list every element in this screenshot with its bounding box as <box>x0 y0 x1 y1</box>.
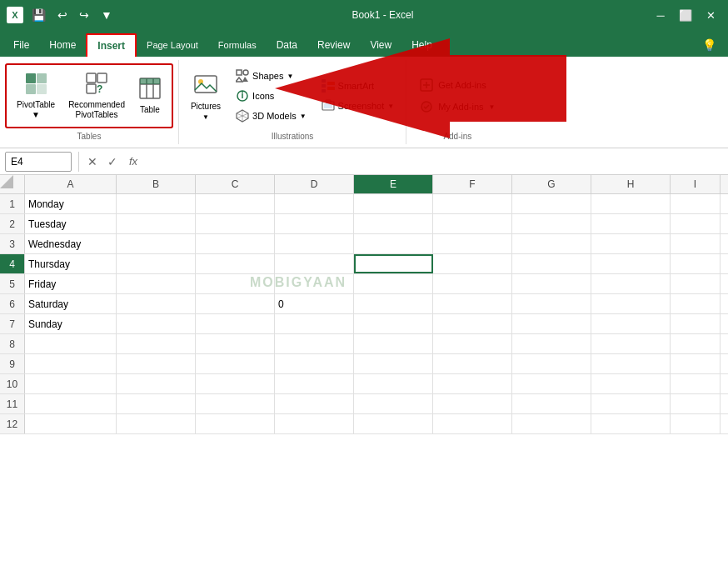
cell-G9[interactable] <box>512 354 591 373</box>
cell-G4[interactable] <box>512 254 591 273</box>
qat-customize-button[interactable]: ▼ <box>97 7 116 23</box>
cell-H11[interactable] <box>591 394 671 413</box>
cell-G11[interactable] <box>512 394 591 413</box>
cell-B11[interactable] <box>117 394 196 413</box>
recommended-pivottables-button[interactable]: ? RecommendedPivotTables <box>63 68 130 123</box>
cell-A8[interactable] <box>25 334 117 353</box>
cell-H2[interactable] <box>591 214 671 233</box>
cell-B3[interactable] <box>117 234 196 253</box>
qat-undo-button[interactable]: ↩ <box>54 7 71 23</box>
cell-I10[interactable] <box>671 374 721 393</box>
cell-E10[interactable] <box>354 374 433 393</box>
cell-B12[interactable] <box>117 414 196 433</box>
cell-C3[interactable] <box>196 234 275 253</box>
cell-C6[interactable] <box>196 294 275 313</box>
cell-D12[interactable] <box>275 414 354 433</box>
cell-B8[interactable] <box>117 334 196 353</box>
cell-I4[interactable] <box>671 254 721 273</box>
cell-A12[interactable] <box>25 414 117 433</box>
shapes-button[interactable]: Shapes ▼ <box>231 67 312 85</box>
row-header-7[interactable]: 7 <box>0 314 25 333</box>
cell-H9[interactable] <box>591 354 671 373</box>
screenshot-button[interactable]: Screenshot ▼ <box>317 97 400 115</box>
cell-A7[interactable]: Sunday <box>25 314 117 333</box>
cell-D9[interactable] <box>275 354 354 373</box>
cell-F4[interactable] <box>433 254 512 273</box>
cell-C7[interactable] <box>196 314 275 333</box>
row-header-2[interactable]: 2 <box>0 214 25 233</box>
tab-view[interactable]: View <box>360 33 401 57</box>
qat-redo-button[interactable]: ↪ <box>76 7 92 23</box>
cell-G1[interactable] <box>512 194 591 213</box>
cell-A4[interactable]: Thursday <box>25 254 117 273</box>
cell-A5[interactable]: Friday <box>25 274 117 293</box>
row-header-12[interactable]: 12 <box>0 414 25 433</box>
cell-I12[interactable] <box>671 414 721 433</box>
cell-A3[interactable]: Wednesday <box>25 234 117 253</box>
cell-H1[interactable] <box>591 194 671 213</box>
qat-save-button[interactable]: 💾 <box>28 7 49 23</box>
cell-F10[interactable] <box>433 374 512 393</box>
cell-G6[interactable] <box>512 294 591 313</box>
row-header-9[interactable]: 9 <box>0 354 25 373</box>
col-header-i[interactable]: I <box>671 175 721 193</box>
minimize-button[interactable]: ─ <box>650 4 671 26</box>
cell-F6[interactable] <box>433 294 512 313</box>
cell-C5[interactable] <box>196 274 275 293</box>
cell-D10[interactable] <box>275 374 354 393</box>
cell-H10[interactable] <box>591 374 671 393</box>
cell-B6[interactable] <box>117 294 196 313</box>
tab-insert[interactable]: Insert <box>86 33 137 57</box>
cell-H5[interactable] <box>591 274 671 293</box>
tab-home[interactable]: Home <box>39 33 86 57</box>
cell-D8[interactable] <box>275 334 354 353</box>
cell-G7[interactable] <box>512 314 591 333</box>
cell-H8[interactable] <box>591 334 671 353</box>
tab-help[interactable]: Help <box>401 33 442 57</box>
col-header-e[interactable]: E <box>354 175 433 193</box>
cell-H6[interactable] <box>591 294 671 313</box>
cell-B4[interactable] <box>117 254 196 273</box>
cell-I9[interactable] <box>671 354 721 373</box>
cell-E3[interactable] <box>354 234 433 253</box>
icons-button[interactable]: Icons <box>231 87 312 105</box>
get-addins-button[interactable]: Get Add-ins <box>415 76 500 94</box>
cell-A9[interactable] <box>25 354 117 373</box>
cell-E5[interactable] <box>354 274 433 293</box>
cell-A6[interactable]: Saturday <box>25 294 117 313</box>
cell-B5[interactable] <box>117 274 196 293</box>
tab-data[interactable]: Data <box>267 33 307 57</box>
cell-B9[interactable] <box>117 354 196 373</box>
cell-G5[interactable] <box>512 274 591 293</box>
col-header-f[interactable]: F <box>433 175 512 193</box>
cell-E2[interactable] <box>354 214 433 233</box>
tab-review[interactable]: Review <box>307 33 360 57</box>
col-header-c[interactable]: C <box>196 175 275 193</box>
cell-C1[interactable] <box>196 194 275 213</box>
cell-G12[interactable] <box>512 414 591 433</box>
smartart-button[interactable]: SmartArt <box>317 77 400 95</box>
row-header-8[interactable]: 8 <box>0 334 25 353</box>
cell-H3[interactable] <box>591 234 671 253</box>
row-header-3[interactable]: 3 <box>0 234 25 253</box>
cell-G10[interactable] <box>512 374 591 393</box>
3d-models-button[interactable]: 3D Models ▼ <box>231 107 312 125</box>
cell-E6[interactable] <box>354 294 433 313</box>
cell-I1[interactable] <box>671 194 721 213</box>
col-header-a[interactable]: A <box>25 175 117 193</box>
cell-E9[interactable] <box>354 354 433 373</box>
col-header-h[interactable]: H <box>591 175 671 193</box>
close-button[interactable]: ✕ <box>700 4 721 26</box>
cell-A2[interactable]: Tuesday <box>25 214 117 233</box>
row-header-4[interactable]: 4 <box>0 254 25 273</box>
tab-formulas[interactable]: Formulas <box>208 33 267 57</box>
cell-I11[interactable] <box>671 394 721 413</box>
cell-C2[interactable] <box>196 214 275 233</box>
table-button[interactable]: Table <box>133 73 167 118</box>
cell-B2[interactable] <box>117 214 196 233</box>
cell-C4[interactable] <box>196 254 275 273</box>
cell-H12[interactable] <box>591 414 671 433</box>
cell-E4[interactable] <box>354 254 433 273</box>
cell-D2[interactable] <box>275 214 354 233</box>
tab-page-layout[interactable]: Page Layout <box>137 33 208 57</box>
